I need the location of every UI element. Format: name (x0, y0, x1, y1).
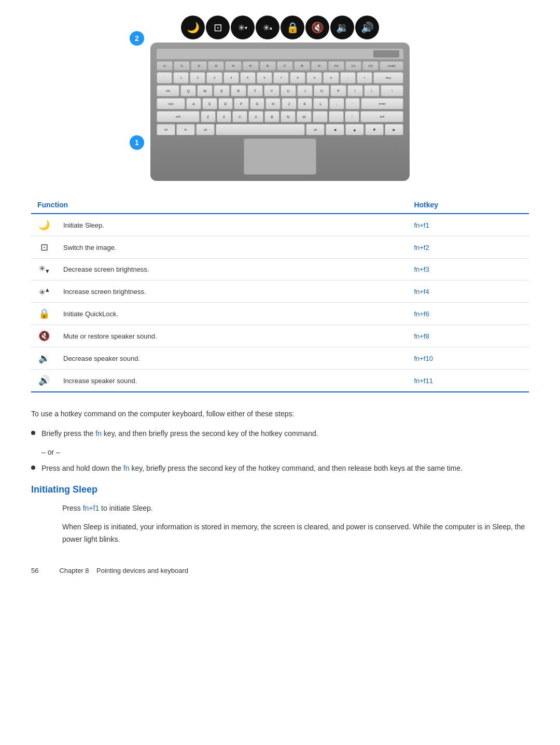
mute-hotkey: fn+f8 (408, 325, 529, 347)
keyboard-wrapper: 2 1 🌙 ⊡ ✳▾ ✳▴ 🔒 🔇 🔉 🔊 fn (150, 16, 410, 181)
keyboard-top-bar (157, 49, 403, 59)
key-comma: , (313, 111, 328, 122)
callout-2: 2 (130, 31, 144, 46)
key-slash: / (345, 111, 360, 122)
chapter-title: Pointing devices and keyboard (96, 567, 188, 574)
qwerty-row: tab Q W E R T Y U I O P [ ] \ (157, 85, 403, 96)
switch-image-fn-icon: ⊡ (206, 16, 230, 39)
quicklock-hotkey: fn+f6 (408, 303, 529, 325)
quicklock-description: Initiate QuickLock. (57, 303, 408, 325)
sleep-icon: 🌙 (31, 214, 57, 236)
key-r: R (231, 85, 246, 96)
switch-image-icon: ⊡ (31, 236, 57, 259)
key-v: V (248, 111, 263, 122)
function-icons-row: 🌙 ⊡ ✳▾ ✳▴ 🔒 🔇 🔉 🔊 (150, 16, 410, 39)
key-l: L (313, 98, 328, 109)
key-e: E (214, 85, 229, 96)
key-f2: f2 (191, 61, 207, 71)
hotkey-intro-text: To use a hotkey command on the computer … (31, 408, 529, 419)
key-i: I (297, 85, 313, 96)
key-1: 1 (173, 72, 189, 83)
page-number: 56 (31, 567, 38, 574)
table-row: 🔊 Increase speaker sound. fn+f11 (31, 370, 529, 392)
key-arrow-right: ► (385, 124, 403, 135)
quicklock-icon: 🔒 (31, 303, 57, 325)
key-t: T (247, 85, 263, 96)
bullet-text-2: Press and hold down the fn key, briefly … (41, 462, 463, 474)
table-row: 🔉 Decrease speaker sound. fn+f10 (31, 347, 529, 370)
key-x: X (217, 111, 232, 122)
key-o: O (314, 85, 329, 96)
key-9: 9 (306, 72, 322, 83)
key-fn-bottom: fn (176, 124, 195, 135)
table-function-header: Function (31, 196, 408, 214)
brightness-down-hotkey: fn+f3 (408, 259, 529, 280)
or-separator: – or – (41, 448, 529, 456)
key-z: Z (201, 111, 216, 122)
key-alt-l: alt (196, 124, 215, 135)
vol-up-fn-icon: 🔊 (355, 16, 379, 39)
keyboard-top-bar-indicator (373, 50, 399, 58)
key-g: G (250, 98, 265, 109)
key-minus: - (340, 72, 356, 83)
brightness-up-icon: ✳▴ (31, 280, 57, 303)
bottom-key-row: ctrl fn alt alt ◄ ▲ ▼ ► (157, 124, 403, 135)
vol-up-description: Increase speaker sound. (57, 370, 408, 392)
key-b: B (264, 111, 279, 122)
callout-1: 1 (130, 135, 144, 150)
key-alt-r: alt (306, 124, 325, 135)
key-6: 6 (257, 72, 272, 83)
table-row: 🌙 Initiate Sleep. fn+f1 (31, 214, 529, 236)
key-tab: tab (157, 85, 179, 96)
zxcv-row: shift Z X C V B N M , . / shift (157, 111, 403, 122)
key-f3: f3 (208, 61, 224, 71)
key-fn: fn (157, 61, 173, 71)
table-row: 🔇 Mute or restore speaker sound. fn+f8 (31, 325, 529, 347)
key-s: S (202, 98, 217, 109)
key-ins-del: ins/del (380, 61, 403, 71)
number-key-row: ` 1 2 3 4 5 6 7 8 9 0 - = bksp (157, 72, 403, 83)
vol-down-description: Decrease speaker sound. (57, 347, 408, 370)
sleep-description: Initiate Sleep. (57, 214, 408, 236)
section-heading: Initiating Sleep (31, 484, 529, 495)
key-enter: enter (361, 98, 403, 109)
brightness-down-fn-icon: ✳▾ (231, 16, 255, 39)
key-8: 8 (290, 72, 305, 83)
touchpad (244, 138, 316, 175)
brightness-down-icon: ✳▾ (31, 259, 57, 280)
bullet-dot-1 (31, 431, 35, 435)
key-arrow-down: ▼ (365, 124, 384, 135)
key-bracket-r: ] (364, 85, 380, 96)
key-5: 5 (240, 72, 256, 83)
sleep-fn-icon: 🌙 (181, 16, 205, 39)
table-row: ✳▴ Increase screen brightness. fn+f4 (31, 280, 529, 303)
vol-up-icon: 🔊 (31, 370, 57, 392)
fn-f1-link[interactable]: fn+f1 (83, 504, 100, 512)
hotkey-bullet-list: Briefly press the fn key, and then brief… (31, 428, 529, 439)
key-f6: f6 (260, 61, 276, 71)
key-h: H (265, 98, 281, 109)
key-q: Q (180, 85, 196, 96)
key-period: . (329, 111, 344, 122)
brightness-up-description: Increase screen brightness. (57, 280, 408, 303)
key-arrow-left: ◄ (326, 124, 344, 135)
key-shift-r: shift (360, 111, 403, 122)
key-quote: ' (345, 98, 360, 109)
quicklock-fn-icon: 🔒 (281, 16, 304, 39)
key-c: C (232, 111, 247, 122)
fn-link-1[interactable]: fn (95, 429, 102, 438)
sleep-hotkey: fn+f1 (408, 214, 529, 236)
key-equals: = (357, 72, 372, 83)
hotkey-bullet-list-2: Press and hold down the fn key, briefly … (31, 462, 529, 474)
key-4: 4 (223, 72, 239, 83)
fn-link-2[interactable]: fn (123, 464, 130, 472)
key-f7: f7 (277, 61, 293, 71)
key-f1: f1 (174, 61, 190, 71)
section-body: Press fn+f1 to initiate Sleep. When Slee… (62, 502, 529, 545)
key-n: N (281, 111, 296, 122)
key-p: P (330, 85, 346, 96)
key-7: 7 (273, 72, 289, 83)
page-footer: 56 Chapter 8 Pointing devices and keyboa… (31, 567, 529, 574)
key-backslash: \ (381, 85, 403, 96)
key-arrow-up: ▲ (345, 124, 364, 135)
